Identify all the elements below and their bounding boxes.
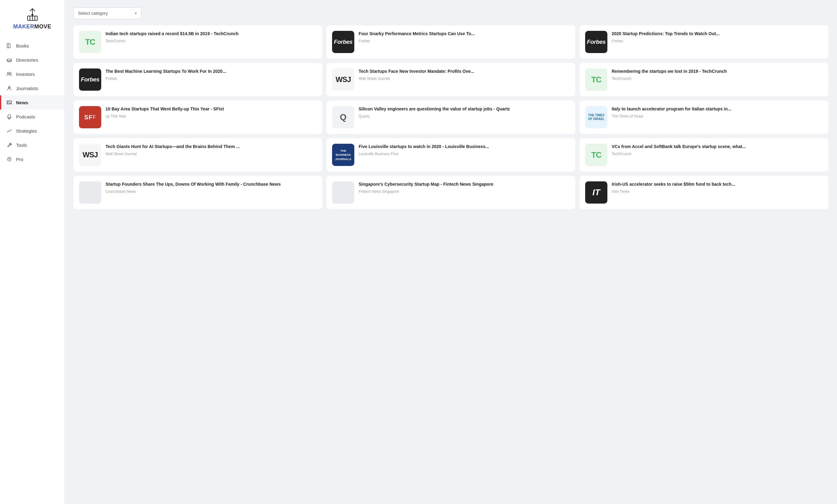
publication-logo: Forbes	[585, 31, 607, 53]
journalists-icon	[6, 85, 12, 91]
news-source: TechCrunch	[612, 152, 823, 156]
news-card[interactable]: Q Silicon Valley engineers are questioni…	[326, 100, 575, 134]
news-source: TechCrunch	[106, 39, 317, 43]
news-content: 10 Bay Area Startups That Went Belly-up …	[106, 106, 317, 118]
news-content: 2020 Startup Predictions: Top Trends to …	[612, 31, 823, 43]
logo-area: MAKERMOVE	[0, 7, 65, 39]
news-card[interactable]: IT Irish-US accelerator seeks to raise $…	[580, 176, 829, 209]
publication-logo: THEBUSINESSJOURNALS	[332, 144, 354, 166]
news-content: Tech Giants Hunt for AI Startups—and the…	[106, 144, 317, 156]
news-card[interactable]: TC VCs from Accel and SoftBank talk Euro…	[580, 138, 829, 171]
news-content: Five Louisville startups to watch in 202…	[359, 144, 570, 156]
sidebar-item-journalists[interactable]: Journalists	[0, 81, 65, 95]
sidebar-item-directories[interactable]: Directories	[0, 53, 65, 67]
news-source: Louisville Business First	[359, 152, 570, 156]
category-dropdown[interactable]: Select category ▾	[73, 7, 141, 19]
news-title: Indian tech startups raised a record $14…	[106, 31, 317, 37]
investors-icon	[6, 71, 12, 77]
publication-logo: SFF	[79, 106, 101, 128]
publication-logo: WSJ	[332, 69, 354, 91]
news-card[interactable]: Forbes Four Snarky Performance Metrics S…	[326, 25, 575, 59]
news-source: Fintech News Singapore	[359, 189, 570, 194]
news-title: Remembering the startups we lost in 2019…	[612, 69, 823, 75]
app-logo-icon	[25, 7, 40, 22]
news-title: 2020 Startup Predictions: Top Trends to …	[612, 31, 823, 37]
main-content: Select category ▾ TC Indian tech startup…	[65, 0, 837, 504]
news-content: Silicon Valley engineers are questioning…	[359, 106, 570, 118]
news-content: Startup Founders Share The Ups, Downs Of…	[106, 181, 317, 194]
publication-logo: TC	[79, 31, 101, 53]
news-source: Forbes	[612, 39, 823, 43]
sidebar-item-books[interactable]: Books	[0, 39, 65, 53]
news-icon	[6, 99, 12, 106]
news-card[interactable]: WSJ Tech Giants Hunt for AI Startups—and…	[73, 138, 322, 171]
svg-point-6	[7, 59, 12, 61]
news-title: Tech Startups Face New Investor Mandate:…	[359, 69, 570, 75]
sidebar-item-tools[interactable]: Tools	[0, 138, 65, 152]
svg-point-8	[10, 73, 12, 74]
tools-icon	[6, 142, 12, 148]
svg-point-7	[7, 72, 9, 74]
news-content: The Best Machine Learning Startups To Wo…	[106, 69, 317, 81]
category-placeholder: Select category	[78, 11, 108, 16]
news-source: The Times of Israel	[612, 114, 823, 118]
news-card[interactable]: TC Remembering the startups we lost in 2…	[580, 63, 829, 96]
publication-logo: Forbes	[332, 31, 354, 53]
strategies-icon	[6, 128, 12, 134]
publication-logo	[332, 181, 354, 204]
news-title: Tech Giants Hunt for AI Startups—and the…	[106, 144, 317, 150]
news-card[interactable]: TC Indian tech startups raised a record …	[73, 25, 322, 59]
news-source: up This Year	[106, 114, 317, 118]
news-content: Singapore's Cybersecurity Startup Map - …	[359, 181, 570, 194]
news-source: TechCrunch	[612, 76, 823, 81]
podcasts-icon	[6, 113, 12, 120]
news-content: Four Snarky Performance Metrics Startups…	[359, 31, 570, 43]
news-card[interactable]: THEBUSINESSJOURNALS Five Louisville star…	[326, 138, 575, 171]
book-icon	[6, 42, 12, 49]
publication-logo: THE TIMESOF ISRAEL	[585, 106, 607, 128]
news-source: Irish Times	[612, 189, 823, 194]
news-card[interactable]: WSJ Tech Startups Face New Investor Mand…	[326, 63, 575, 96]
news-title: Irish-US accelerator seeks to raise $50m…	[612, 181, 823, 188]
news-title: Silicon Valley engineers are questioning…	[359, 106, 570, 112]
news-title: The Best Machine Learning Startups To Wo…	[106, 69, 317, 75]
news-title: Four Snarky Performance Metrics Startups…	[359, 31, 570, 37]
sidebar-item-podcasts[interactable]: Podcasts	[0, 110, 65, 124]
news-content: Irish-US accelerator seeks to raise $50m…	[612, 181, 823, 194]
news-title: Italy to launch accelerator program for …	[612, 106, 823, 112]
news-content: Remembering the startups we lost in 2019…	[612, 69, 823, 81]
sidebar-item-news[interactable]: News	[0, 95, 65, 110]
news-source: Wall Street Journal	[359, 76, 570, 81]
publication-logo: Q	[332, 106, 354, 128]
publication-logo: IT	[585, 181, 607, 204]
publication-logo: WSJ	[79, 144, 101, 166]
news-title: Startup Founders Share The Ups, Downs Of…	[106, 181, 317, 188]
sidebar-item-investors[interactable]: Investors	[0, 67, 65, 81]
news-card[interactable]: Forbes The Best Machine Learning Startup…	[73, 63, 322, 96]
news-content: Indian tech startups raised a record $14…	[106, 31, 317, 43]
news-title: VCs from Accel and SoftBank talk Europe'…	[612, 144, 823, 150]
news-grid: TC Indian tech startups raised a record …	[73, 25, 829, 209]
pro-icon	[6, 156, 12, 162]
svg-point-4	[32, 14, 33, 16]
sidebar-item-strategies[interactable]: Strategies	[0, 124, 65, 138]
sidebar: MAKERMOVE Books Directories Investors Jo…	[0, 0, 65, 504]
news-card[interactable]: Startup Founders Share The Ups, Downs Of…	[73, 176, 322, 209]
chevron-down-icon: ▾	[135, 11, 137, 15]
news-card[interactable]: Singapore's Cybersecurity Startup Map - …	[326, 176, 575, 209]
news-source: Crunchbase News	[106, 189, 317, 194]
news-card[interactable]: SFF 10 Bay Area Startups That Went Belly…	[73, 100, 322, 134]
news-source: Quartz	[359, 114, 570, 118]
news-card[interactable]: THE TIMESOF ISRAEL Italy to launch accel…	[580, 100, 829, 134]
logo-text: MAKERMOVE	[13, 23, 52, 30]
news-title: Five Louisville startups to watch in 202…	[359, 144, 570, 150]
sidebar-item-pro[interactable]: Pro	[0, 152, 65, 166]
news-content: Italy to launch accelerator program for …	[612, 106, 823, 118]
publication-logo: Forbes	[79, 69, 101, 91]
publication-logo: TC	[585, 144, 607, 166]
publication-logo: TC	[585, 69, 607, 91]
news-content: VCs from Accel and SoftBank talk Europe'…	[612, 144, 823, 156]
filter-bar: Select category ▾	[73, 7, 829, 19]
news-source: Forbes	[359, 39, 570, 43]
news-card[interactable]: Forbes 2020 Startup Predictions: Top Tre…	[580, 25, 829, 59]
